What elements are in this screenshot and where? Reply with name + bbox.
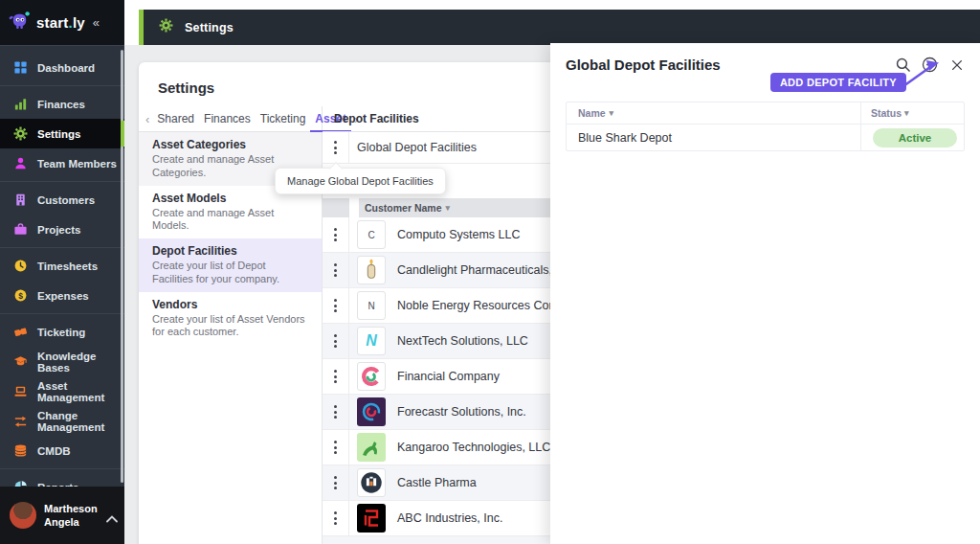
kebab-menu-button[interactable] [323,465,349,500]
sidebar-item-projects[interactable]: Projects [0,215,124,244]
svg-text:$: $ [18,291,23,301]
customer-logo: N [357,291,386,320]
status-column-header[interactable]: Status ▾ [860,102,964,124]
gear-icon [159,18,173,36]
sidebar-item-asset-management[interactable]: Asset Management [0,376,124,406]
sidebar-item-label: Change Management [37,410,124,433]
settings-nav-depot-facilities[interactable]: Depot Facilities Create your list of Dep… [139,238,322,292]
customer-name: Financial Company [397,370,500,383]
close-icon[interactable] [948,57,965,73]
tab-shared[interactable]: Shared [152,106,199,132]
global-depot-facilities-panel: Global Depot Facilities ADD DEPOT FACILI… [550,43,980,544]
sidebar-item-cmdb[interactable]: CMDB [0,436,124,465]
sidebar-item-ticketing[interactable]: Ticketing [0,317,124,347]
swap-arrows-icon [12,414,28,429]
sidebar-item-team-members[interactable]: Team Members [0,148,124,178]
depot-status-cell: Active [860,125,964,150]
kebab-icon [334,405,337,419]
sort-caret-icon: ▾ [904,108,909,118]
page-header: Settings [139,10,980,45]
logo-text: start.ly [36,14,85,31]
sidebar-item-finances[interactable]: Finances [0,89,124,119]
settings-nav-desc: Create your list of Asset Vendors for ea… [152,313,308,340]
user-menu[interactable]: Martheson Angela [0,487,124,544]
dollar-icon: $ [12,288,28,304]
customer-logo [357,468,386,497]
sidebar-divider [0,313,124,314]
callout-arrow-icon [900,57,944,91]
briefcase-icon [12,222,28,238]
sort-caret-icon: ▾ [610,108,614,118]
sidebar-item-timesheets[interactable]: Timesheets [0,251,124,281]
kebab-icon [334,228,337,241]
sidebar-item-label: Dashboard [37,62,95,74]
tab-finances[interactable]: Finances [199,106,256,132]
gear-icon [12,126,28,142]
sidebar-item-label: Settings [37,128,80,140]
sidebar-item-label: Customers [37,194,95,206]
kebab-icon [334,141,337,154]
sidebar-nav: Dashboard Finances Settings Team Members [0,46,124,502]
panel-title: Global Depot Facilities [566,57,884,73]
sidebar-divider [0,468,124,469]
kebab-icon [334,511,337,525]
sidebar-item-knowledge-bases[interactable]: Knowledge Bases [0,347,124,376]
tab-ticketing[interactable]: Ticketing [256,106,311,132]
sidebar: start.ly « Dashboard Finances Settings [0,0,124,544]
clock-icon [12,259,28,274]
sidebar-item-label: Finances [37,99,85,110]
kebab-icon [334,299,337,312]
finances-icon [12,97,28,112]
sidebar-item-change-management[interactable]: Change Management [0,406,124,436]
kebab-menu-button[interactable] [323,324,349,358]
sidebar-item-expenses[interactable]: $ Expenses [0,281,124,310]
sidebar-collapse-icon[interactable]: « [93,15,100,30]
kebab-icon [334,441,337,454]
robot-logo-icon [8,11,32,34]
kebab-menu-button[interactable] [323,430,349,465]
table-row-blue-shark-depot[interactable]: Blue Shark Depot Active [567,125,964,150]
depot-table-header: Name ▾ Status ▾ [567,102,964,125]
customer-logo [357,504,386,533]
settings-nav-vendors[interactable]: Vendors Create your list of Asset Vendor… [139,292,322,346]
customer-name: Forecastr Solutions, Inc. [397,405,526,419]
settings-nav-desc: Create your list of Depot Facilities for… [152,260,308,286]
tabs-prev-icon[interactable]: ‹ [143,112,152,126]
sidebar-item-label: Timesheets [37,261,98,272]
building-icon [12,193,28,208]
kebab-menu-button[interactable] [323,395,349,429]
kebab-menu-button[interactable] [323,501,349,535]
kebab-menu-button[interactable] [323,288,349,323]
sidebar-item-label: Asset Management [37,380,124,403]
sidebar-item-customers[interactable]: Customers [0,185,124,215]
customer-logo [357,397,386,426]
customer-name: Candlelight Pharmaceuticals, Inc. [397,263,575,277]
kebab-menu-button[interactable] [323,359,349,394]
settings-tabbar: ‹ Shared Finances Ticketing Asset › [139,106,322,132]
settings-nav-title: Depot Facilities [152,244,308,258]
customer-name: NextTech Solutions, LLC [397,334,528,348]
depot-facilities-table: Name ▾ Status ▾ Blue Shark Depot Active [566,102,965,151]
kebab-icon [334,334,337,348]
customer-logo [357,433,386,462]
manage-global-depot-facilities-tooltip: Manage Global Depot Facilities [275,168,446,194]
kebab-menu-button[interactable] [323,217,349,252]
app-logo[interactable]: start.ly « [0,0,124,46]
column-header-label: Customer Name [365,202,442,214]
customer-name: Castle Pharma [397,476,477,489]
chevron-up-icon [105,510,119,520]
column-header-label: Status [871,107,902,119]
dashboard-icon [12,60,28,76]
customer-logo [357,362,386,391]
sidebar-divider [0,181,124,182]
sidebar-item-settings[interactable]: Settings [0,119,124,148]
name-column-header[interactable]: Name ▾ [567,102,860,124]
sidebar-scrollbar[interactable] [121,50,123,483]
sidebar-item-dashboard[interactable]: Dashboard [0,53,124,82]
kebab-menu-button[interactable] [323,253,349,287]
laptop-icon [12,384,28,399]
kebab-icon [334,476,337,489]
database-icon [12,443,28,459]
graduation-cap-icon [12,354,28,370]
kebab-menu-button[interactable] [323,132,349,163]
